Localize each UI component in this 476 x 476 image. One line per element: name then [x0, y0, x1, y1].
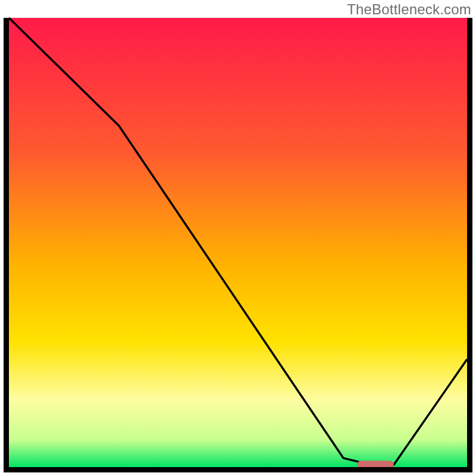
chart-container: TheBottleneck.com: [0, 0, 476, 476]
bottleneck-chart: [0, 0, 476, 476]
watermark-text: TheBottleneck.com: [347, 1, 471, 18]
